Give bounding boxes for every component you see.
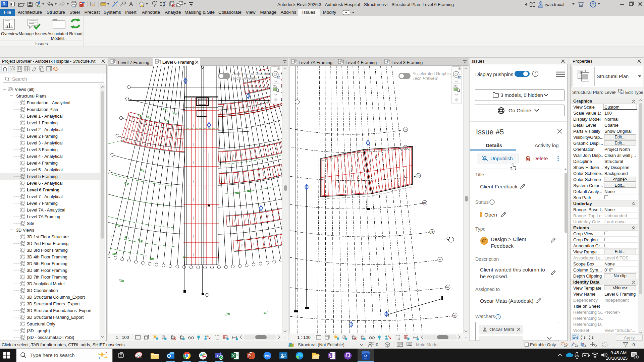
svg-text:X: X: [232, 354, 235, 358]
svg-text:P: P: [248, 354, 251, 358]
svg-text:2D: 2D: [277, 76, 280, 79]
svg-text:R: R: [364, 354, 367, 358]
svg-text:?: ?: [592, 2, 594, 7]
svg-text:Z: Z: [581, 338, 582, 340]
svg-text:A: A: [129, 1, 133, 7]
svg-text:R: R: [2, 1, 6, 6]
svg-text:R2: R2: [453, 314, 457, 317]
svg-text:RVT: RVT: [364, 358, 367, 360]
svg-text:1: 1: [123, 2, 125, 5]
svg-text:A: A: [589, 338, 591, 340]
svg-text:zm: zm: [265, 354, 269, 358]
svg-text:2D: 2D: [458, 76, 461, 79]
svg-text:R3: R3: [446, 286, 449, 289]
svg-text:2: 2: [635, 355, 637, 359]
svg-text:R7: R7: [417, 175, 420, 177]
svg-text:N: N: [329, 354, 331, 358]
svg-text:R5: R5: [431, 231, 434, 233]
svg-text:R4: R4: [439, 258, 442, 261]
svg-text:T: T: [217, 354, 219, 357]
svg-text:R6: R6: [423, 202, 426, 204]
svg-text:10: 10: [404, 128, 407, 131]
svg-text:?: ?: [534, 72, 536, 76]
